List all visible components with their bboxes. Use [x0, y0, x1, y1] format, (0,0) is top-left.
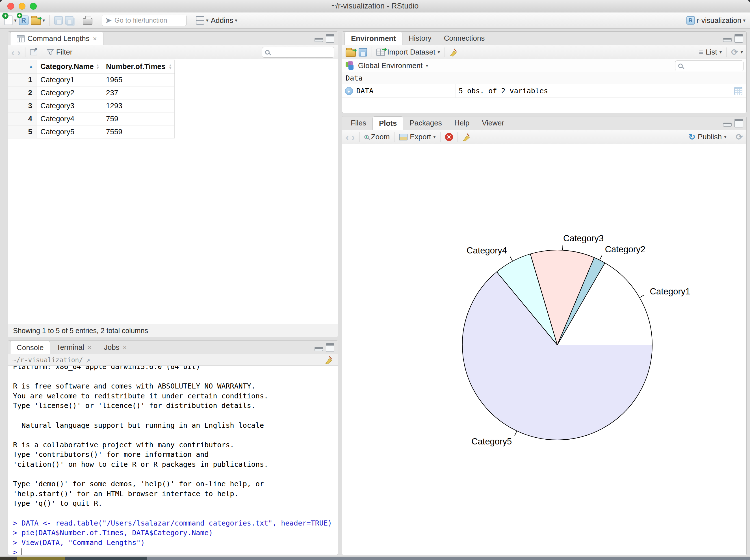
tab-connections[interactable]: Connections [438, 32, 491, 45]
view-data-icon[interactable] [734, 87, 742, 95]
chevron-down-icon[interactable]: ▾ [206, 18, 209, 23]
load-workspace-icon[interactable] [346, 49, 356, 57]
workspace: Command Lengths × ‹ › Filter [0, 29, 750, 557]
zoom-window-button[interactable] [30, 3, 37, 9]
table-row[interactable]: 2Category2237 [8, 86, 175, 99]
tab-terminal[interactable]: Terminal × [50, 341, 98, 354]
tab-packages[interactable]: Packages [403, 116, 448, 130]
sort-icons[interactable]: ▲▼ [96, 64, 99, 69]
tab-help[interactable]: Help [448, 116, 476, 130]
text-cursor [21, 548, 22, 555]
chevron-down-icon[interactable]: ▾ [426, 64, 428, 68]
goto-file-input[interactable] [115, 16, 183, 24]
new-project-button[interactable]: R [19, 16, 28, 25]
console-output[interactable]: Platform: x86_64-apple-darwin15.6.0 (64-… [8, 366, 338, 555]
viewer-search-box[interactable] [262, 47, 334, 58]
table-row[interactable]: 5Category57559 [8, 125, 175, 138]
project-menu-button[interactable]: R r-visualization ▾ [686, 16, 746, 25]
filter-button[interactable]: Filter [47, 48, 73, 57]
scope-selector[interactable]: Global Environment [358, 61, 422, 70]
sort-icons[interactable]: ▲▼ [169, 64, 172, 69]
table-row[interactable]: 3Category31293 [8, 99, 175, 113]
close-icon[interactable]: × [123, 344, 127, 352]
clear-environment-icon[interactable] [449, 48, 458, 57]
tab-history[interactable]: History [402, 32, 438, 45]
times-cell: 237 [102, 86, 175, 99]
remove-plot-icon[interactable]: ✕ [445, 133, 453, 141]
minimize-pane-icon[interactable] [315, 38, 323, 42]
maximize-pane-icon[interactable] [326, 343, 334, 352]
viewer-search-input[interactable] [272, 48, 331, 56]
minimize-pane-icon[interactable] [723, 123, 732, 126]
tab-console[interactable]: Console [10, 341, 50, 354]
chevron-down-icon[interactable]: ▾ [724, 135, 727, 139]
chevron-down-icon[interactable]: ▾ [433, 135, 436, 139]
import-dataset-button[interactable]: Import Dataset ▾ [376, 48, 440, 57]
save-workspace-icon[interactable] [359, 48, 367, 57]
previous-plot-icon[interactable]: ‹ [346, 132, 349, 142]
tab-command-lengths[interactable]: Command Lengths × [10, 32, 103, 45]
chevron-down-icon[interactable]: ▾ [438, 50, 440, 55]
sort-ascending-icon: ▲ [28, 64, 33, 69]
chevron-down-icon[interactable]: ▾ [741, 50, 743, 55]
minimize-window-button[interactable] [19, 3, 25, 9]
tab-files[interactable]: Files [344, 116, 372, 130]
console-line: Platform: x86_64-apple-darwin15.6.0 (64-… [13, 366, 338, 372]
new-project-icon: R [19, 16, 28, 25]
zoom-plot-button[interactable]: Zoom [364, 133, 390, 141]
console-line: You are welcome to redistribute it under… [13, 391, 338, 401]
environment-object-row[interactable]: ▶ DATA 5 obs. of 2 variables [342, 84, 746, 98]
refresh-environment-button[interactable]: ⟳ ▾ [731, 47, 743, 57]
publish-button[interactable]: ↻ Publish ▾ [688, 132, 727, 142]
list-label: List [706, 48, 717, 57]
maximize-pane-icon[interactable] [734, 34, 743, 43]
tab-viewer[interactable]: Viewer [476, 116, 510, 130]
forward-icon[interactable]: › [17, 47, 20, 57]
column-header-number-of-times[interactable]: Number.of.Times ▲▼ [102, 60, 175, 74]
save-all-button[interactable] [65, 16, 74, 25]
tab-plots[interactable]: Plots [372, 116, 403, 130]
clear-console-icon[interactable] [325, 356, 333, 364]
goto-file-box[interactable]: ➤ [102, 15, 186, 26]
goto-directory-icon[interactable]: ↗ [86, 356, 90, 364]
close-window-button[interactable] [7, 3, 14, 9]
chevron-down-icon[interactable]: ▾ [235, 18, 237, 23]
console-pane: Console Terminal × Jobs × ~/r-visualizat… [8, 340, 338, 555]
chevron-down-icon[interactable]: ▾ [719, 50, 722, 55]
table-row[interactable]: 4Category4759 [8, 113, 175, 125]
close-icon[interactable]: × [87, 344, 92, 352]
row-number-header[interactable]: ▲ [8, 60, 37, 74]
tab-environment[interactable]: Environment [344, 32, 402, 45]
column-header-category-name[interactable]: Category.Name ▲▼ [37, 60, 102, 74]
maximize-pane-icon[interactable] [326, 34, 334, 43]
back-icon[interactable]: ‹ [11, 47, 15, 57]
pie-slice-label: Category5 [471, 437, 512, 446]
table-row[interactable]: 1Category11965 [8, 74, 175, 86]
list-view-button[interactable]: ≡ List ▾ [699, 48, 722, 57]
open-in-new-window-icon[interactable] [30, 49, 37, 55]
tab-jobs[interactable]: Jobs × [98, 341, 133, 354]
save-button[interactable] [54, 16, 63, 25]
minimize-pane-icon[interactable] [723, 38, 732, 42]
chevron-down-icon[interactable]: ▾ [43, 18, 45, 23]
open-file-button[interactable]: ▾ [31, 16, 45, 25]
chevron-down-icon[interactable]: ▾ [14, 18, 17, 23]
export-plot-button[interactable]: Export ▾ [399, 133, 436, 141]
tab-label: Console [17, 343, 43, 352]
search-icon [678, 64, 683, 68]
chevron-down-icon[interactable]: ▾ [743, 18, 746, 23]
print-button[interactable] [83, 18, 93, 25]
environment-search-input[interactable] [685, 62, 741, 69]
addins-button[interactable]: Addins ▾ [211, 16, 237, 25]
pane-layout-button[interactable]: ▾ [196, 16, 209, 25]
new-file-button[interactable]: ▾ [4, 16, 17, 25]
minimize-pane-icon[interactable] [315, 347, 323, 351]
expand-object-icon[interactable]: ▶ [345, 87, 353, 95]
maximize-pane-icon[interactable] [734, 119, 743, 127]
close-icon[interactable]: × [93, 35, 97, 43]
console-line [13, 469, 338, 479]
next-plot-icon[interactable]: › [352, 132, 355, 142]
clear-all-plots-icon[interactable] [462, 133, 471, 141]
refresh-plot-icon[interactable]: ⟳ [736, 132, 743, 142]
environment-search-box[interactable] [675, 60, 744, 71]
